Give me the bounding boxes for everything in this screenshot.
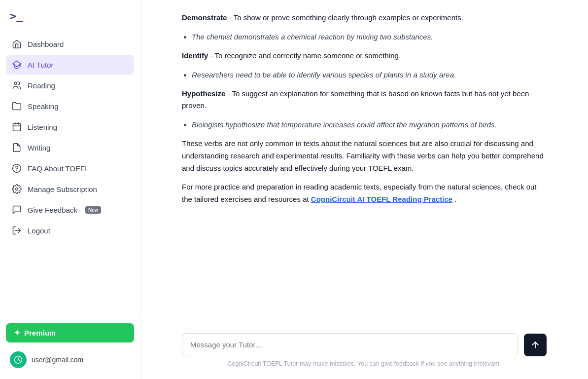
premium-button[interactable]: ✦ Premium xyxy=(6,323,134,342)
hypothesize-definition: Hypothesize - To suggest an explanation … xyxy=(182,88,547,113)
sidebar-item-give-feedback[interactable]: Give Feedback New xyxy=(6,200,134,220)
new-badge: New xyxy=(85,206,102,214)
send-icon xyxy=(530,340,540,350)
sidebar-item-manage-subscription[interactable]: Manage Subscription xyxy=(6,179,134,199)
sidebar-item-faq[interactable]: FAQ About TOEFL xyxy=(6,158,134,178)
svg-point-0 xyxy=(14,82,17,84)
user-email: user@gmail.com xyxy=(32,356,83,364)
sidebar-item-label-give-feedback: Give Feedback xyxy=(28,206,77,214)
file-icon xyxy=(12,143,22,152)
chat-area: Demonstrate - To show or prove something… xyxy=(140,0,588,325)
sidebar-item-label-reading: Reading xyxy=(28,81,55,90)
identify-examples: Researchers need to be able to identify … xyxy=(192,69,547,81)
sidebar-item-listening[interactable]: Listening xyxy=(6,117,134,137)
sidebar-item-ai-tutor[interactable]: AI Tutor xyxy=(6,55,134,75)
input-container xyxy=(182,333,547,356)
send-button[interactable] xyxy=(524,334,547,356)
hypothesize-term: Hypothesize xyxy=(182,89,225,98)
outro-paragraph-1: These verbs are not only common in texts… xyxy=(182,138,547,174)
identify-def-text: - To recognize and correctly name someon… xyxy=(210,51,401,60)
outro-text-after-link: . xyxy=(454,195,456,203)
folder-icon xyxy=(12,101,22,111)
sidebar-item-label-faq: FAQ About TOEFL xyxy=(28,164,89,173)
sidebar: >_ Dashboard AI Tutor xyxy=(0,0,140,379)
user-info: user@gmail.com xyxy=(6,348,134,371)
identify-example: Researchers need to be able to identify … xyxy=(192,69,547,81)
sidebar-item-logout[interactable]: Logout xyxy=(6,221,134,240)
svg-point-7 xyxy=(16,188,18,190)
message-input[interactable] xyxy=(182,333,518,356)
identify-definition: Identify - To recognize and correctly na… xyxy=(182,50,547,62)
outro-paragraph-2: For more practice and preparation in rea… xyxy=(182,181,547,206)
logout-icon xyxy=(12,226,22,235)
sidebar-item-speaking[interactable]: Speaking xyxy=(6,96,134,116)
sidebar-item-label-manage-subscription: Manage Subscription xyxy=(28,185,97,193)
input-area: CogniCircuit TOEFL Tutor may make mistak… xyxy=(140,325,588,379)
sidebar-item-label-dashboard: Dashboard xyxy=(28,40,64,48)
svg-rect-1 xyxy=(13,123,21,131)
hypothesize-examples: Biologists hypothesize that temperature … xyxy=(192,119,547,131)
logo: >_ xyxy=(0,0,140,34)
sidebar-bottom: ✦ Premium user@gmail.com xyxy=(0,315,140,379)
reading-practice-link[interactable]: CogniCircuit AI TOEFL Reading Practice xyxy=(311,195,452,203)
demonstrate-def-text: - To show or prove something clearly thr… xyxy=(229,13,463,22)
avatar xyxy=(10,351,27,368)
calendar-icon xyxy=(12,122,22,132)
identify-term: Identify xyxy=(182,51,208,60)
main-content: Demonstrate - To show or prove something… xyxy=(140,0,588,379)
home-icon xyxy=(12,39,22,49)
message-content: Demonstrate - To show or prove something… xyxy=(182,12,547,206)
premium-label: Premium xyxy=(24,329,56,337)
hypothesize-def-text: - To suggest an explanation for somethin… xyxy=(182,89,529,110)
sidebar-item-label-logout: Logout xyxy=(28,227,50,235)
svg-point-5 xyxy=(13,164,21,173)
gear-icon xyxy=(12,184,22,194)
chat-icon xyxy=(12,205,22,215)
sidebar-item-label-listening: Listening xyxy=(28,123,57,131)
sidebar-item-writing[interactable]: Writing xyxy=(6,138,134,157)
sidebar-item-reading[interactable]: Reading xyxy=(6,76,134,95)
sidebar-item-label-ai-tutor: AI Tutor xyxy=(28,61,54,69)
demonstrate-definition: Demonstrate - To show or prove something… xyxy=(182,12,547,24)
sidebar-item-dashboard[interactable]: Dashboard xyxy=(6,34,134,54)
logo-icon: >_ xyxy=(10,10,23,22)
person-group-icon xyxy=(12,80,22,90)
sidebar-item-label-speaking: Speaking xyxy=(28,102,59,111)
demonstrate-example: The chemist demonstrates a chemical reac… xyxy=(192,31,547,43)
sparkle-icon: ✦ xyxy=(14,328,20,338)
question-icon xyxy=(12,163,22,173)
sidebar-item-label-writing: Writing xyxy=(28,144,50,152)
nav-menu: Dashboard AI Tutor xyxy=(0,34,140,315)
graduation-icon xyxy=(12,60,22,70)
demonstrate-term: Demonstrate xyxy=(182,13,227,22)
demonstrate-examples: The chemist demonstrates a chemical reac… xyxy=(192,31,547,43)
disclaimer: CogniCircuit TOEFL Tutor may make mistak… xyxy=(182,360,547,367)
hypothesize-example: Biologists hypothesize that temperature … xyxy=(192,119,547,131)
